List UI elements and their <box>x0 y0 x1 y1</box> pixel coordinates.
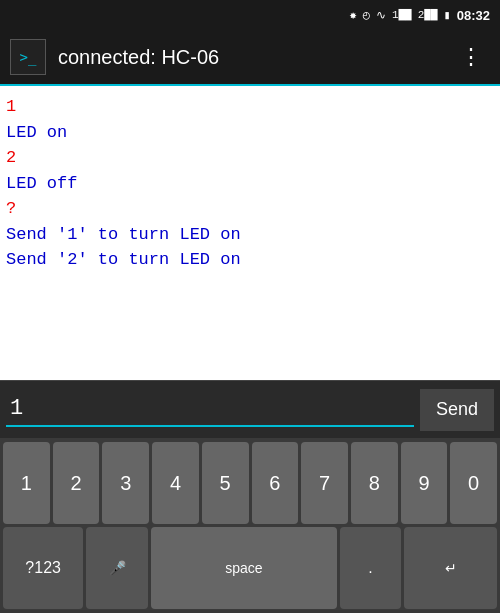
key-2[interactable]: 2 <box>53 442 100 524</box>
log-line: 1 <box>6 94 494 120</box>
log-line: Send '1' to turn LED on <box>6 222 494 248</box>
status-bar: ✸ ◴ ∿ 1██ 2██ ▮ 08:32 <box>0 0 500 30</box>
connection-title: connected: HC-06 <box>58 46 452 69</box>
keyboard-row-1: 1 2 3 4 5 6 7 8 9 0 <box>3 442 497 524</box>
key-5[interactable]: 5 <box>202 442 249 524</box>
key-space[interactable]: space <box>151 527 336 609</box>
log-area: 1LED on2LED off?Send '1' to turn LED onS… <box>0 86 500 380</box>
input-area: Send <box>0 380 500 438</box>
status-time: 08:32 <box>457 8 490 23</box>
signal1-icon: 1██ <box>392 9 412 21</box>
alarm-icon: ◴ <box>363 8 370 23</box>
log-line: LED on <box>6 120 494 146</box>
app-icon-label: >_ <box>20 49 37 65</box>
log-line: Send '2' to turn LED on <box>6 247 494 273</box>
key-9[interactable]: 9 <box>401 442 448 524</box>
key-1[interactable]: 1 <box>3 442 50 524</box>
send-button[interactable]: Send <box>420 389 494 431</box>
menu-button[interactable]: ⋮ <box>452 40 490 75</box>
key-8[interactable]: 8 <box>351 442 398 524</box>
key-enter[interactable]: ↵ <box>404 527 497 609</box>
key-mic[interactable]: 🎤 <box>86 527 148 609</box>
battery-icon: ▮ <box>444 8 451 23</box>
app-icon: >_ <box>10 39 46 75</box>
keyboard: 1 2 3 4 5 6 7 8 9 0 ?123 🎤 space . ↵ <box>0 438 500 613</box>
key-period[interactable]: . <box>340 527 402 609</box>
log-line: 2 <box>6 145 494 171</box>
log-line: ? <box>6 196 494 222</box>
wifi-icon: ∿ <box>376 8 386 23</box>
key-6[interactable]: 6 <box>252 442 299 524</box>
bluetooth-icon: ✸ <box>349 8 356 23</box>
key-7[interactable]: 7 <box>301 442 348 524</box>
key-3[interactable]: 3 <box>102 442 149 524</box>
message-input[interactable] <box>6 392 414 427</box>
key-0[interactable]: 0 <box>450 442 497 524</box>
signal2-icon: 2██ <box>418 9 438 21</box>
title-bar: >_ connected: HC-06 ⋮ <box>0 30 500 86</box>
key-4[interactable]: 4 <box>152 442 199 524</box>
keyboard-row-2: ?123 🎤 space . ↵ <box>3 527 497 609</box>
key-sym[interactable]: ?123 <box>3 527 83 609</box>
log-line: LED off <box>6 171 494 197</box>
